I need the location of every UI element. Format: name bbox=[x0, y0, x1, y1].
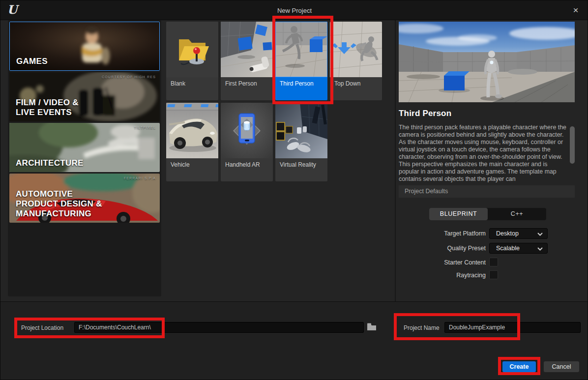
category-automotive[interactable]: FERRARI S.P.A AUTOMOTIVE PRODUCT DESIGN … bbox=[9, 174, 160, 223]
template-virtual-reality[interactable]: Virtual Reality bbox=[275, 103, 327, 181]
browse-folder-button[interactable] bbox=[366, 322, 377, 332]
quality-preset-value: Scalable bbox=[496, 245, 520, 252]
panel-divider bbox=[395, 20, 396, 301]
blueprint-toggle-button[interactable]: BLUEPRINT bbox=[429, 208, 488, 220]
quality-preset-dropdown[interactable]: Scalable bbox=[489, 243, 548, 254]
raytracing-label: Raytracing bbox=[399, 272, 486, 279]
language-toggle: BLUEPRINT C++ bbox=[429, 208, 546, 220]
project-location-label: Project Location bbox=[21, 324, 63, 331]
footer-bar: Project Location Project Name Create Can… bbox=[0, 301, 588, 380]
category-label: ARCHITECTURE bbox=[16, 158, 84, 168]
window-title: New Project bbox=[0, 7, 588, 14]
detail-description: The third person pack features a playabl… bbox=[399, 124, 569, 184]
close-icon[interactable]: × bbox=[570, 4, 582, 16]
project-name-input[interactable] bbox=[444, 322, 581, 333]
cpp-toggle-button[interactable]: C++ bbox=[488, 208, 546, 220]
cancel-button[interactable]: Cancel bbox=[544, 361, 579, 372]
scrollbar-thumb[interactable] bbox=[570, 126, 575, 164]
starter-content-label: Starter Content bbox=[399, 259, 486, 266]
title-bar: U New Project × bbox=[0, 0, 588, 20]
template-preview-image bbox=[399, 22, 575, 102]
raytracing-checkbox[interactable] bbox=[489, 270, 498, 279]
target-platform-value: Desktop bbox=[496, 230, 519, 237]
template-label: Virtual Reality bbox=[275, 158, 327, 181]
template-first-person[interactable]: First Person bbox=[221, 22, 273, 100]
category-film-video[interactable]: COURTESY OF HIGH RES FILM / VIDEO & LIVE… bbox=[9, 72, 160, 121]
folder-icon bbox=[367, 322, 377, 331]
third-person-thumbnail bbox=[275, 22, 327, 77]
template-label: Third Person bbox=[275, 77, 327, 100]
template-third-person[interactable]: Third Person bbox=[275, 22, 327, 100]
vehicle-thumbnail bbox=[166, 103, 218, 158]
template-vehicle[interactable]: Vehicle bbox=[166, 103, 218, 181]
category-credit: COURTESY OF HIGH RES bbox=[102, 75, 156, 79]
project-name-label: Project Name bbox=[404, 324, 440, 331]
template-label: Blank bbox=[166, 77, 218, 100]
category-credit: FERRARI S.P.A bbox=[124, 176, 156, 180]
handheld-ar-thumbnail bbox=[221, 103, 273, 158]
description-scrollbar bbox=[570, 124, 575, 183]
new-project-dialog: U New Project × bbox=[0, 0, 588, 380]
template-blank[interactable]: Blank bbox=[166, 22, 218, 100]
category-games[interactable]: GAMES bbox=[9, 22, 160, 71]
target-platform-dropdown[interactable]: Desktop bbox=[489, 228, 548, 239]
template-handheld-ar[interactable]: Handheld AR bbox=[221, 103, 273, 181]
category-label: GAMES bbox=[16, 57, 48, 66]
blank-thumbnail bbox=[166, 22, 218, 77]
quality-preset-label: Quality Preset bbox=[399, 245, 486, 252]
template-top-down[interactable]: Top Down bbox=[330, 22, 382, 100]
category-label: AUTOMOTIVE PRODUCT DESIGN & MANUFACTURIN… bbox=[16, 189, 102, 219]
create-button[interactable]: Create bbox=[502, 361, 536, 372]
project-location-input[interactable] bbox=[74, 322, 364, 333]
starter-content-checkbox[interactable] bbox=[489, 258, 498, 266]
first-person-thumbnail bbox=[221, 22, 273, 77]
category-credit: TILTPIXEL bbox=[134, 126, 156, 129]
detail-title: Third Person bbox=[399, 109, 451, 118]
chevron-down-icon bbox=[537, 247, 543, 251]
chevron-down-icon bbox=[537, 233, 543, 236]
target-platform-label: Target Platform bbox=[399, 230, 486, 237]
template-label: Vehicle bbox=[166, 158, 218, 181]
category-architecture[interactable]: TILTPIXEL ARCHITECTURE bbox=[9, 123, 160, 172]
category-label: FILM / VIDEO & LIVE EVENTS bbox=[16, 98, 79, 117]
template-label: First Person bbox=[221, 77, 273, 100]
template-label: Handheld AR bbox=[221, 158, 273, 181]
top-down-thumbnail bbox=[330, 22, 382, 77]
project-defaults-header: Project Defaults bbox=[399, 185, 575, 198]
template-label: Top Down bbox=[330, 77, 382, 100]
category-panel: GAMES COURTESY OF HIGH RES FILM / VIDEO … bbox=[8, 20, 161, 296]
virtual-reality-thumbnail bbox=[275, 103, 327, 158]
